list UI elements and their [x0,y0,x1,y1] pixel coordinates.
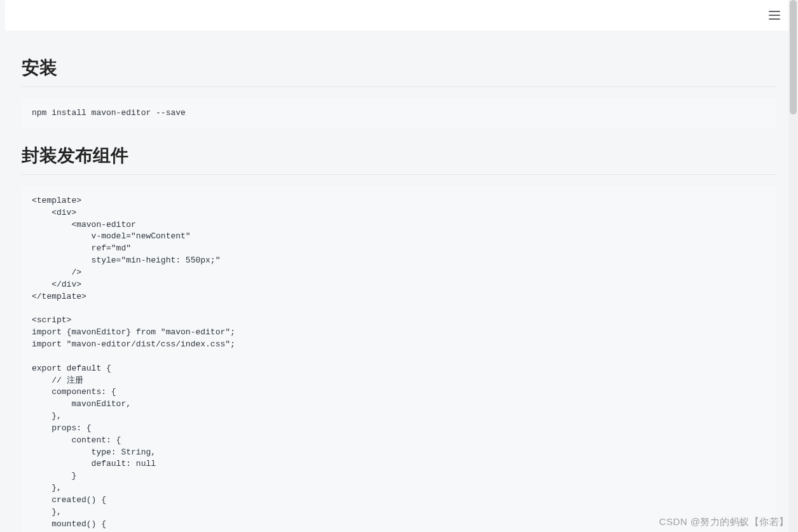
top-header [5,0,793,31]
code-install[interactable]: npm install mavon-editor --save [22,99,776,128]
hamburger-icon[interactable] [769,11,780,20]
heading-component: 封装发布组件 [22,144,776,175]
article-body: 安装 npm install mavon-editor --save 封装发布组… [5,31,793,532]
scrollbar-thumb[interactable] [790,0,797,114]
code-component[interactable]: <template> <div> <mavon-editor v-model="… [22,186,776,532]
heading-install: 安装 [22,56,776,87]
scrollbar-track[interactable] [788,0,798,532]
